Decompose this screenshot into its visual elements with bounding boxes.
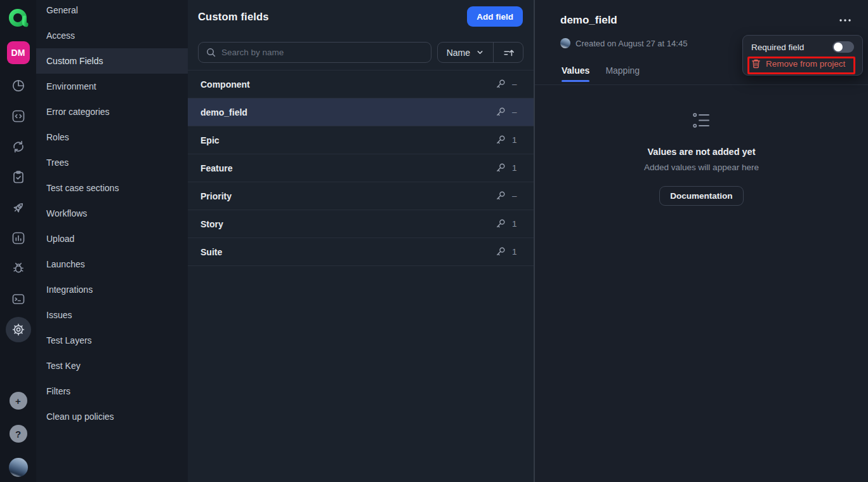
fields-header: Custom fields Add field [188, 0, 534, 36]
key-icon [494, 134, 506, 146]
key-icon [494, 106, 506, 118]
more-options-icon[interactable] [836, 14, 854, 27]
field-row-component[interactable]: Component – [188, 70, 534, 98]
sidebar-item-integrations[interactable]: Integrations [36, 277, 188, 302]
sidebar-item-test-key[interactable]: Test Key [36, 353, 188, 378]
field-row-priority[interactable]: Priority – [188, 182, 534, 210]
user-avatar[interactable] [9, 458, 28, 477]
remove-from-project-menu-item[interactable]: Remove from project [743, 55, 862, 72]
search-input[interactable] [221, 48, 424, 57]
sidebar-item-general[interactable]: General [36, 0, 188, 23]
project-badge[interactable]: DM [7, 41, 30, 64]
documentation-button[interactable]: Documentation [659, 186, 743, 206]
page-title: Custom fields [198, 11, 269, 23]
sidebar-item-access[interactable]: Access [36, 23, 188, 48]
toggle-knob [834, 43, 843, 51]
clipboard-check-icon[interactable] [6, 164, 31, 190]
bug-icon[interactable] [6, 256, 31, 281]
field-name: Epic [201, 135, 220, 145]
required-field-menu-item[interactable]: Required field [743, 39, 862, 55]
created-timestamp: Created on August 27 at 14:45 [575, 39, 687, 48]
bar-chart-icon[interactable] [6, 225, 31, 251]
sidebar-item-roles[interactable]: Roles [36, 124, 188, 150]
field-row-epic[interactable]: Epic 1 [188, 126, 534, 154]
add-icon[interactable]: + [10, 392, 27, 410]
sidebar-nav-list: General Access Custom Fields Environment… [36, 0, 188, 429]
terminal-icon[interactable] [6, 286, 31, 312]
add-field-button[interactable]: Add field [467, 6, 523, 27]
field-options-menu: Required field Remove from project [742, 35, 863, 76]
sort-group: Name [437, 42, 523, 63]
code-icon[interactable] [6, 104, 31, 129]
settings-sidebar: General Access Custom Fields Environment… [36, 0, 188, 482]
mapping-count: 1 [512, 247, 517, 257]
values-empty-state: Values are not added yet Added values wi… [535, 112, 868, 206]
rocket-icon[interactable] [6, 195, 31, 220]
sidebar-item-trees[interactable]: Trees [36, 150, 188, 175]
mapping-count: – [512, 191, 517, 201]
sidebar-item-workflows[interactable]: Workflows [36, 201, 188, 226]
sidebar-item-environment[interactable]: Environment [36, 74, 188, 99]
sort-field-label: Name [447, 48, 470, 58]
sidebar-item-clean-up-policies[interactable]: Clean up policies [36, 404, 188, 429]
rail-icon-list [6, 68, 31, 342]
field-detail-title: demo_field [560, 14, 617, 27]
created-row: Created on August 27 at 14:45 [560, 38, 687, 48]
sort-direction-button[interactable] [494, 43, 523, 62]
sidebar-item-issues[interactable]: Issues [36, 302, 188, 328]
settings-gear-icon[interactable] [6, 317, 31, 342]
bulleted-list-icon [692, 112, 711, 129]
key-icon [494, 78, 506, 90]
mapping-count: – [512, 107, 517, 117]
rail-bottom: + ? [9, 392, 28, 477]
key-icon [494, 162, 506, 174]
mapping-count: 1 [512, 219, 517, 229]
field-name: Story [201, 219, 223, 229]
help-icon[interactable]: ? [10, 425, 27, 443]
tab-mapping[interactable]: Mapping [605, 61, 640, 84]
key-icon [494, 246, 506, 258]
sidebar-item-error-categories[interactable]: Error categories [36, 99, 188, 124]
sync-icon[interactable] [6, 134, 31, 159]
mapping-count: 1 [512, 163, 517, 173]
required-field-toggle[interactable] [832, 41, 854, 53]
field-detail-panel: demo_field Created on August 27 at 14:45… [534, 0, 868, 482]
app-window: DM [0, 0, 868, 482]
field-row-feature[interactable]: Feature 1 [188, 154, 534, 182]
field-name: Priority [201, 191, 232, 201]
remove-from-project-label: Remove from project [766, 59, 845, 69]
search-box[interactable] [198, 42, 431, 63]
pie-chart-icon[interactable] [6, 73, 31, 98]
field-name: demo_field [201, 107, 247, 117]
sidebar-item-test-case-sections[interactable]: Test case sections [36, 175, 188, 201]
chevron-down-icon [476, 48, 484, 57]
empty-state-title: Values are not added yet [535, 147, 868, 157]
sort-ascending-icon [503, 47, 514, 58]
field-name: Feature [201, 163, 233, 173]
empty-state-subtitle: Added values will appear here [535, 163, 868, 172]
sidebar-item-upload[interactable]: Upload [36, 226, 188, 251]
key-icon [494, 218, 506, 230]
field-row-story[interactable]: Story 1 [188, 210, 534, 238]
creator-avatar [560, 38, 570, 48]
custom-field-list: Component – demo_field – Epic 1 Feature … [188, 70, 534, 266]
custom-fields-panel: Custom fields Add field Name [188, 0, 534, 482]
sidebar-item-filters[interactable]: Filters [36, 378, 188, 404]
mapping-count: – [512, 79, 517, 89]
allure-logo-icon[interactable] [6, 6, 30, 30]
trash-icon [751, 58, 761, 69]
field-row-demo-field[interactable]: demo_field – [188, 98, 534, 126]
mapping-count: 1 [512, 135, 517, 145]
required-field-label: Required field [751, 43, 804, 52]
sort-field-dropdown[interactable]: Name [438, 43, 493, 62]
sidebar-item-test-layers[interactable]: Test Layers [36, 328, 188, 353]
sidebar-item-custom-fields[interactable]: Custom Fields [36, 48, 188, 74]
sidebar-item-launches[interactable]: Launches [36, 251, 188, 277]
tab-values[interactable]: Values [562, 61, 589, 84]
field-row-suite[interactable]: Suite 1 [188, 238, 534, 266]
icon-rail: DM [0, 0, 36, 482]
search-icon [206, 47, 216, 58]
field-name: Component [201, 79, 250, 90]
field-name: Suite [201, 247, 222, 257]
fields-toolbar: Name [198, 42, 523, 63]
